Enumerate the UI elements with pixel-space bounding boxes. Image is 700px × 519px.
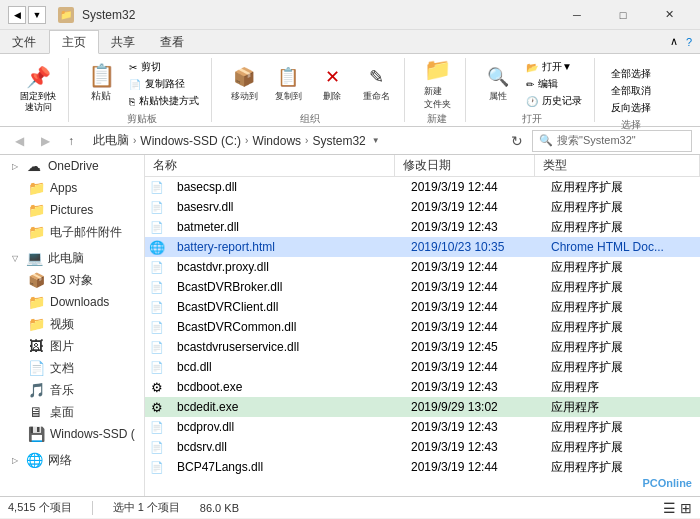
sidebar-item-desktop[interactable]: 🖥 桌面 — [0, 401, 144, 423]
file-type: 应用程序扩展 — [543, 359, 700, 376]
close-button[interactable]: ✕ — [646, 0, 692, 30]
file-date: 2019/3/19 12:43 — [403, 420, 543, 434]
cut-button[interactable]: ✂剪切 — [125, 59, 203, 75]
sidebar-item-downloads[interactable]: 📁 Downloads — [0, 291, 144, 313]
sidebar-item-3dobjects[interactable]: 📦 3D 对象 — [0, 269, 144, 291]
file-type: 应用程序扩展 — [543, 459, 700, 476]
table-row[interactable]: 📄 bcastdvr.proxy.dll 2019/3/19 12:44 应用程… — [145, 257, 700, 277]
help-icon[interactable]: ? — [686, 36, 692, 48]
grid-view-icon[interactable]: ⊞ — [680, 500, 692, 516]
tab-view[interactable]: 查看 — [148, 30, 197, 54]
breadcrumb-item: 此电脑 — [93, 132, 129, 149]
address-bar: ◀ ▶ ↑ 此电脑 › Windows-SSD (C:) › Windows ›… — [0, 127, 700, 155]
table-row[interactable]: 📄 BCP47Langs.dll 2019/3/19 12:44 应用程序扩展 — [145, 457, 700, 477]
status-separator — [92, 501, 93, 515]
quick-access-back[interactable]: ◀ — [8, 6, 26, 24]
sidebar-label: 桌面 — [50, 404, 74, 421]
select-none-button[interactable]: 全部取消 — [607, 83, 655, 99]
select-all-button[interactable]: 全部选择 — [607, 66, 655, 82]
title-bar: ◀ ▼ 📁 System32 ─ □ ✕ — [0, 0, 700, 30]
column-header-type[interactable]: 类型 — [535, 155, 700, 176]
ribbon-collapse[interactable]: ∧ — [670, 35, 678, 48]
sidebar-label: 此电脑 — [48, 250, 84, 267]
sidebar-item-docs[interactable]: 📄 文档 — [0, 357, 144, 379]
copy-path-button[interactable]: 📄复制路径 — [125, 76, 203, 92]
sidebar-item-network[interactable]: ▷ 🌐 网络 — [0, 449, 144, 471]
list-view-icon[interactable]: ☰ — [663, 500, 676, 516]
table-row[interactable]: 📄 batmeter.dll 2019/3/19 12:43 应用程序扩展 — [145, 217, 700, 237]
forward-button[interactable]: ▶ — [34, 130, 56, 152]
paste-button[interactable]: 📋 粘贴 — [81, 58, 121, 110]
tab-file[interactable]: 文件 — [0, 30, 49, 54]
edit-button[interactable]: ✏编辑 — [522, 76, 586, 92]
sidebar-item-email[interactable]: 📁 电子邮件附件 — [0, 221, 144, 243]
paste-shortcut-button[interactable]: ⎘粘贴快捷方式 — [125, 93, 203, 109]
folder-icon: 📁 — [28, 180, 44, 196]
file-icon: 📄 — [145, 361, 169, 374]
file-name: basesrv.dll — [169, 200, 403, 214]
sidebar-item-apps[interactable]: 📁 Apps — [0, 177, 144, 199]
sidebar-item-onedrive[interactable]: ▷ ☁ OneDrive — [0, 155, 144, 177]
minimize-button[interactable]: ─ — [554, 0, 600, 30]
table-row[interactable]: 📄 basesrv.dll 2019/3/19 12:44 应用程序扩展 — [145, 197, 700, 217]
back-button[interactable]: ◀ — [8, 130, 30, 152]
breadcrumb[interactable]: 此电脑 › Windows-SSD (C:) › Windows › Syste… — [86, 130, 502, 152]
table-row[interactable]: 📄 bcdprov.dll 2019/3/19 12:43 应用程序扩展 — [145, 417, 700, 437]
file-icon: 📄 — [145, 201, 169, 214]
window-controls: ─ □ ✕ — [554, 0, 692, 30]
table-row[interactable]: 📄 bcd.dll 2019/3/19 12:44 应用程序扩展 — [145, 357, 700, 377]
sidebar-item-pictures2[interactable]: 🖼 图片 — [0, 335, 144, 357]
copy-to-button[interactable]: 📋 复制到 — [268, 58, 308, 110]
table-row[interactable]: 📄 bcastdvruserservice.dll 2019/3/19 12:4… — [145, 337, 700, 357]
breadcrumb-expand-icon: ▼ — [372, 136, 380, 145]
file-name: BcastDVRClient.dll — [169, 300, 403, 314]
sidebar-item-windowsssd[interactable]: 💾 Windows-SSD ( — [0, 423, 144, 445]
file-date: 2019/3/19 12:44 — [403, 320, 543, 334]
pin-to-quickaccess-button[interactable]: 📌 固定到快速访问 — [16, 63, 60, 115]
search-box[interactable]: 🔍 — [532, 130, 692, 152]
search-icon: 🔍 — [539, 134, 553, 147]
sidebar-label: 文档 — [50, 360, 74, 377]
open-button[interactable]: 📂打开▼ — [522, 59, 586, 75]
refresh-button[interactable]: ↻ — [506, 130, 528, 152]
search-input[interactable] — [557, 135, 685, 147]
table-row[interactable]: 📄 BcastDVRBroker.dll 2019/3/19 12:44 应用程… — [145, 277, 700, 297]
rename-button[interactable]: ✎ 重命名 — [356, 58, 396, 110]
table-row[interactable]: 📄 bcdsrv.dll 2019/3/19 12:43 应用程序扩展 — [145, 437, 700, 457]
table-row[interactable]: ⚙ bcdedit.exe 2019/9/29 13:02 应用程序 — [145, 397, 700, 417]
open-small-buttons: 📂打开▼ ✏编辑 🕐历史记录 — [522, 59, 586, 109]
delete-button[interactable]: ✕ 删除 — [312, 58, 352, 110]
sidebar-item-thispc[interactable]: ▽ 💻 此电脑 — [0, 247, 144, 269]
file-type: 应用程序扩展 — [543, 199, 700, 216]
tab-home[interactable]: 主页 — [49, 30, 99, 54]
quick-access-forward[interactable]: ▼ — [28, 6, 46, 24]
invert-select-button[interactable]: 反向选择 — [607, 100, 655, 116]
table-row[interactable]: 🌐 battery-report.html 2019/10/23 10:35 C… — [145, 237, 700, 257]
clipboard-small-buttons: ✂剪切 📄复制路径 ⎘粘贴快捷方式 — [125, 59, 203, 109]
history-button[interactable]: 🕐历史记录 — [522, 93, 586, 109]
table-row[interactable]: 📄 BcastDVRClient.dll 2019/3/19 12:44 应用程… — [145, 297, 700, 317]
table-row[interactable]: 📄 BcastDVRCommon.dll 2019/3/19 12:44 应用程… — [145, 317, 700, 337]
sidebar-item-music[interactable]: 🎵 音乐 — [0, 379, 144, 401]
breadcrumb-item: System32 — [312, 134, 365, 148]
file-icon: 📄 — [145, 261, 169, 274]
file-name: bcdsrv.dll — [169, 440, 403, 454]
column-header-date[interactable]: 修改日期 — [395, 155, 535, 176]
table-row[interactable]: 📄 basecsp.dll 2019/3/19 12:44 应用程序扩展 — [145, 177, 700, 197]
column-header-name[interactable]: 名称 — [145, 155, 395, 176]
file-icon: 📄 — [145, 181, 169, 194]
sidebar-label: 电子邮件附件 — [50, 224, 122, 241]
properties-button[interactable]: 🔍 属性 — [478, 58, 518, 110]
up-button[interactable]: ↑ — [60, 130, 82, 152]
sidebar-item-videos[interactable]: 📁 视频 — [0, 313, 144, 335]
select-buttons: 全部选择 全部取消 反向选择 — [607, 66, 655, 116]
tab-share[interactable]: 共享 — [99, 30, 148, 54]
sidebar-item-pictures[interactable]: 📁 Pictures — [0, 199, 144, 221]
file-date: 2019/3/19 12:45 — [403, 340, 543, 354]
table-row[interactable]: ⚙ bcdboot.exe 2019/3/19 12:43 应用程序 — [145, 377, 700, 397]
maximize-button[interactable]: □ — [600, 0, 646, 30]
new-folder-button[interactable]: 📁 新建文件夹 — [417, 58, 457, 110]
file-type: 应用程序 — [543, 379, 700, 396]
ribbon-group-label-pin — [16, 120, 60, 122]
move-to-button[interactable]: 📦 移动到 — [224, 58, 264, 110]
